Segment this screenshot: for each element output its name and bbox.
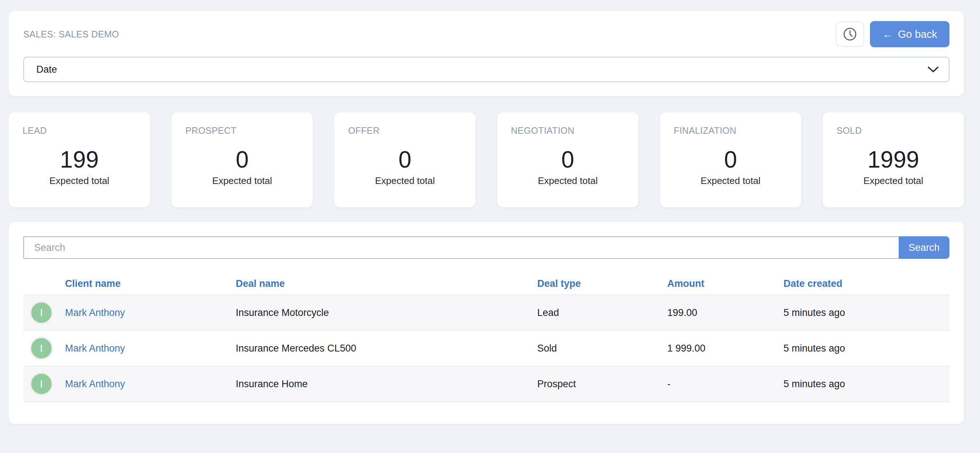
stat-value: 0 bbox=[185, 146, 299, 173]
page-title: SALES: SALES DEMO bbox=[23, 29, 119, 40]
column-header-amount: Amount bbox=[667, 278, 783, 289]
date-created-cell: 5 minutes ago bbox=[783, 343, 950, 354]
client-name-link[interactable]: Mark Anthony bbox=[65, 343, 125, 354]
header-top-row: SALES: SALES DEMO ← Go back bbox=[23, 21, 950, 47]
date-created-cell: 5 minutes ago bbox=[783, 378, 950, 390]
stat-value: 199 bbox=[22, 146, 136, 173]
search-input[interactable] bbox=[23, 236, 899, 259]
deals-panel: Search Client name Deal name Deal type A… bbox=[9, 222, 964, 424]
stat-caption: Expected total bbox=[837, 175, 950, 187]
stat-caption: Expected total bbox=[511, 175, 625, 187]
stat-label: PROSPECT bbox=[185, 125, 299, 136]
stat-value: 0 bbox=[511, 146, 625, 173]
stat-value: 0 bbox=[674, 146, 788, 173]
stat-label: NEGOTIATION bbox=[511, 125, 625, 136]
table-header-row: Client name Deal name Deal type Amount D… bbox=[23, 273, 950, 295]
stat-value: 1999 bbox=[837, 146, 950, 173]
date-created-cell: 5 minutes ago bbox=[783, 307, 950, 319]
go-back-button[interactable]: ← Go back bbox=[870, 21, 950, 47]
stat-caption: Expected total bbox=[674, 175, 788, 187]
avatar[interactable]: I bbox=[30, 337, 53, 360]
stat-label: OFFER bbox=[348, 125, 462, 136]
stat-caption: Expected total bbox=[348, 175, 462, 187]
stat-caption: Expected total bbox=[22, 175, 136, 187]
deal-type-cell: Prospect bbox=[537, 378, 667, 390]
deal-name-cell: Insurance Motorcycle bbox=[236, 307, 537, 319]
date-filter-select[interactable]: Date bbox=[23, 57, 950, 82]
avatar-cell: I bbox=[23, 301, 65, 324]
search-row: Search bbox=[23, 236, 950, 259]
history-clock-button[interactable] bbox=[836, 21, 864, 47]
client-name-link[interactable]: Mark Anthony bbox=[65, 378, 125, 389]
avatar-cell: I bbox=[23, 372, 65, 396]
avatar-cell: I bbox=[23, 337, 65, 360]
stat-label: LEAD bbox=[22, 125, 136, 136]
stat-card-offer: OFFER 0 Expected total bbox=[334, 112, 476, 207]
header-panel: SALES: SALES DEMO ← Go back bbox=[9, 11, 964, 96]
column-header-deal-name: Deal name bbox=[236, 278, 537, 289]
deal-name-cell: Insurance Mercedes CL500 bbox=[236, 343, 537, 354]
page-container: SALES: SALES DEMO ← Go back bbox=[9, 11, 964, 424]
header-actions: ← Go back bbox=[836, 21, 950, 47]
column-header-deal-type: Deal type bbox=[537, 278, 667, 289]
amount-cell: 1 999.00 bbox=[667, 343, 783, 354]
stat-card-finalization: FINALIZATION 0 Expected total bbox=[660, 112, 801, 207]
avatar[interactable]: I bbox=[30, 301, 53, 324]
avatar[interactable]: I bbox=[30, 372, 53, 396]
column-header-client-name: Client name bbox=[65, 278, 236, 289]
stat-caption: Expected total bbox=[185, 175, 299, 187]
arrow-left-icon: ← bbox=[882, 28, 893, 40]
amount-cell: 199.00 bbox=[667, 307, 783, 319]
date-filter-wrap: Date bbox=[23, 57, 950, 82]
go-back-label: Go back bbox=[898, 28, 937, 40]
table-row: I Mark Anthony Insurance Mercedes CL500 … bbox=[23, 331, 950, 367]
stat-card-negotiation: NEGOTIATION 0 Expected total bbox=[497, 112, 639, 207]
table-row: I Mark Anthony Insurance Motorcycle Lead… bbox=[23, 295, 950, 331]
stat-card-lead: LEAD 199 Expected total bbox=[9, 112, 150, 207]
stat-card-prospect: PROSPECT 0 Expected total bbox=[172, 112, 313, 207]
stat-value: 0 bbox=[348, 146, 462, 173]
amount-cell: - bbox=[667, 378, 783, 390]
column-header-date-created: Date created bbox=[783, 278, 950, 289]
stat-label: SOLD bbox=[837, 125, 950, 136]
stat-label: FINALIZATION bbox=[674, 125, 788, 136]
stat-cards-row: LEAD 199 Expected total PROSPECT 0 Expec… bbox=[9, 112, 964, 207]
search-button[interactable]: Search bbox=[899, 236, 950, 259]
clock-icon bbox=[843, 27, 857, 41]
deal-type-cell: Lead bbox=[537, 307, 667, 319]
table-row: I Mark Anthony Insurance Home Prospect -… bbox=[23, 367, 950, 402]
deal-type-cell: Sold bbox=[537, 343, 667, 354]
client-name-link[interactable]: Mark Anthony bbox=[65, 307, 125, 318]
stat-card-sold: SOLD 1999 Expected total bbox=[823, 112, 964, 207]
deal-name-cell: Insurance Home bbox=[236, 378, 537, 390]
